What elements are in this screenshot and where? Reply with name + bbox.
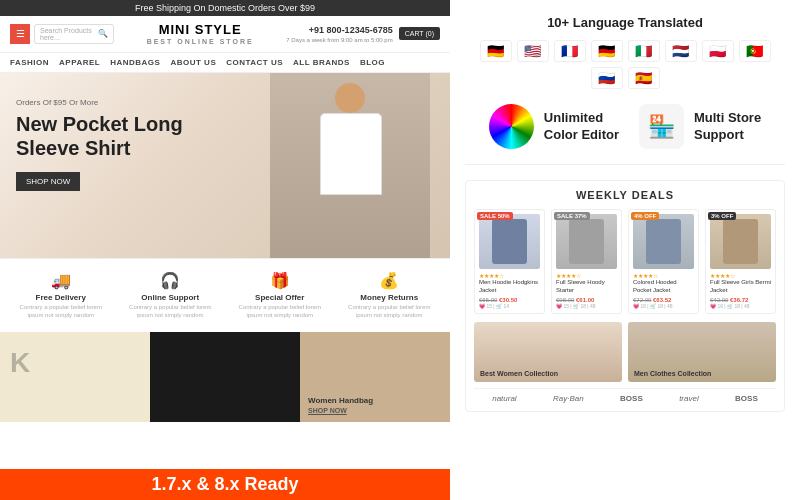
flag-de: 🇩🇪 <box>480 40 512 62</box>
nav-brands[interactable]: ALL BRANDS <box>293 58 350 67</box>
handbag-label: Women Handbag SHOP NOW <box>308 396 373 414</box>
hero-section: Orders Of $95 Or More New Pocket LongSle… <box>0 73 450 258</box>
handbag-shop-link[interactable]: SHOP NOW <box>308 407 373 414</box>
deal-2-name: Full Sleeve Hoody Starter <box>556 279 617 295</box>
brands-row: natural Ray·Ban BOSS travel BOSS <box>474 388 776 403</box>
deal-1-image <box>479 214 540 269</box>
deal-1-name: Men Hoodie Hodgkins Jacket <box>479 279 540 295</box>
feature-offer: 🎁 Special Offer Contrary a popular belie… <box>229 271 331 320</box>
offer-icon: 🎁 <box>229 271 331 290</box>
color-wheel-icon <box>489 104 534 149</box>
nav-blog[interactable]: BLOG <box>360 58 385 67</box>
brand-sub: BEST ONLINE STORE <box>147 38 254 46</box>
flag-fr: 🇫🇷 <box>554 40 586 62</box>
deal-4-new-price: €36.72 <box>730 297 748 303</box>
jacket-1 <box>492 219 527 264</box>
deal-2: SALE 37% ★★★★☆ Full Sleeve Hoody Starter… <box>551 209 622 314</box>
search-icon[interactable]: 🔍 <box>98 29 108 38</box>
phone-number: +91 800-12345-6785 <box>286 24 392 37</box>
hero-image <box>270 73 430 258</box>
shop-now-button[interactable]: SHOP NOW <box>16 172 80 191</box>
deal-1-stars: ★★★★☆ <box>479 272 540 279</box>
deal-2-meta: 💗 15 | 🛒 18 | 48 <box>556 303 617 309</box>
top-bar-text: Free Shipping On Domestic Orders Over $9… <box>135 3 315 13</box>
deal-3-image <box>633 214 694 269</box>
jacket-3 <box>646 219 681 264</box>
men-collection-label: Men Clothes Collection <box>634 370 711 377</box>
flag-pl: 🇵🇱 <box>702 40 734 62</box>
flag-pt: 🇵🇹 <box>739 40 771 62</box>
nav-contact[interactable]: CONTACT US <box>226 58 283 67</box>
feature-delivery: 🚚 Free Delivery Contrary a popular belie… <box>10 271 112 320</box>
bottom-products: K Women Handbag SHOP NOW <box>0 332 450 422</box>
color-editor-label: UnlimitedColor Editor <box>544 110 619 144</box>
support-title: Online Support <box>120 293 222 302</box>
brand-travel: travel <box>679 394 699 403</box>
deals-grid: SALE 50% ★★★★☆ Men Hoodie Hodgkins Jacke… <box>474 209 776 314</box>
deal-3: 4% OFF ★★★★☆ Colored Hooded Pocket Jacke… <box>628 209 699 314</box>
deal-2-badge: SALE 37% <box>554 212 590 220</box>
flag-de2: 🇩🇪 <box>591 40 623 62</box>
deal-4: 3% OFF ★★★★☆ Full Sleeve Girls Bermi Jac… <box>705 209 776 314</box>
features-section: 🚚 Free Delivery Contrary a popular belie… <box>0 258 450 332</box>
men-collection: Men Clothes Collection <box>628 322 776 382</box>
cart-button[interactable]: CART (0) <box>399 27 440 40</box>
product-men-fashion <box>150 332 300 422</box>
deal-4-name: Full Sleeve Girls Bermi Jacket <box>710 279 771 295</box>
flag-nl: 🇳🇱 <box>665 40 697 62</box>
menu-icon[interactable]: ☰ <box>10 24 30 44</box>
deal-4-stars: ★★★★☆ <box>710 272 771 279</box>
returns-title: Money Returns <box>339 293 441 302</box>
store-icon: 🏪 <box>639 104 684 149</box>
flag-ru: 🇷🇺 <box>591 67 623 89</box>
returns-icon: 💰 <box>339 271 441 290</box>
logo: MINI STYLE BEST ONLINE STORE <box>147 22 254 46</box>
multi-store-feature: 🏪 Multi StoreSupport <box>639 104 761 149</box>
header: ☰ Search Products here... 🔍 MINI STYLE B… <box>0 16 450 53</box>
flag-it: 🇮🇹 <box>628 40 660 62</box>
returns-text: Contrary a popular belief loremipsum not… <box>339 304 441 320</box>
top-bar: Free Shipping On Domestic Orders Over $9… <box>0 0 450 16</box>
color-editor-feature: UnlimitedColor Editor <box>489 104 619 149</box>
product-features: UnlimitedColor Editor 🏪 Multi StoreSuppo… <box>465 104 785 165</box>
delivery-text: Contrary a popular belief loremipsum not… <box>10 304 112 320</box>
brand-rayban: Ray·Ban <box>553 394 584 403</box>
nav-about[interactable]: ABOUT US <box>170 58 216 67</box>
contact-info: +91 800-12345-6785 7 Days a week from 9:… <box>286 24 392 45</box>
brand-boss2: BOSS <box>735 394 758 403</box>
multi-store-label: Multi StoreSupport <box>694 110 761 144</box>
deal-1-badge: SALE 50% <box>477 212 513 220</box>
deal-1: SALE 50% ★★★★☆ Men Hoodie Hodgkins Jacke… <box>474 209 545 314</box>
deal-4-image <box>710 214 771 269</box>
offer-title: Special Offer <box>229 293 331 302</box>
deal-4-badge: 3% OFF <box>708 212 736 220</box>
jacket-4 <box>723 219 758 264</box>
weekly-deals-section: WEEKLY DEALS SALE 50% ★★★★☆ Men Hoodie H… <box>465 180 785 412</box>
deal-3-badge: 4% OFF <box>631 212 659 220</box>
nav-handbags[interactable]: HANDBAGS <box>110 58 160 67</box>
deal-3-name: Colored Hooded Pocket Jacket <box>633 279 694 295</box>
nav-apparel[interactable]: APPAREL <box>59 58 100 67</box>
delivery-icon: 🚚 <box>10 271 112 290</box>
product-women-tshirt: K <box>0 332 150 422</box>
right-panel: 10+ Language Translated 🇩🇪 🇺🇸 🇫🇷 🇩🇪 🇮🇹 🇳… <box>450 0 800 500</box>
deal-2-image <box>556 214 617 269</box>
weekly-deals-title: WEEKLY DEALS <box>474 189 776 201</box>
deal-2-old-price: €98.00 <box>556 297 574 303</box>
left-panel: Free Shipping On Domestic Orders Over $9… <box>0 0 450 500</box>
version-badge: 1.7.x & 8.x Ready <box>0 469 450 500</box>
jacket-2 <box>569 219 604 264</box>
language-title: 10+ Language Translated <box>465 15 785 30</box>
brand-natural: natural <box>492 394 516 403</box>
search-bar[interactable]: Search Products here... 🔍 <box>34 24 114 44</box>
deal-1-new-price: €30.50 <box>499 297 517 303</box>
language-flags: 🇩🇪 🇺🇸 🇫🇷 🇩🇪 🇮🇹 🇳🇱 🇵🇱 🇵🇹 🇷🇺 🇪🇸 <box>465 40 785 89</box>
hero-model <box>300 78 400 253</box>
brand-boss: BOSS <box>620 394 643 403</box>
deal-1-meta: 💗 15 | 🛒 14 <box>479 303 540 309</box>
navigation: FASHION APPAREL HANDBAGS ABOUT US CONTAC… <box>0 53 450 73</box>
deal-4-meta: 💗 16 | 🛒 18 | 48 <box>710 303 771 309</box>
deal-2-stars: ★★★★☆ <box>556 272 617 279</box>
feature-returns: 💰 Money Returns Contrary a popular belie… <box>339 271 441 320</box>
nav-fashion[interactable]: FASHION <box>10 58 49 67</box>
